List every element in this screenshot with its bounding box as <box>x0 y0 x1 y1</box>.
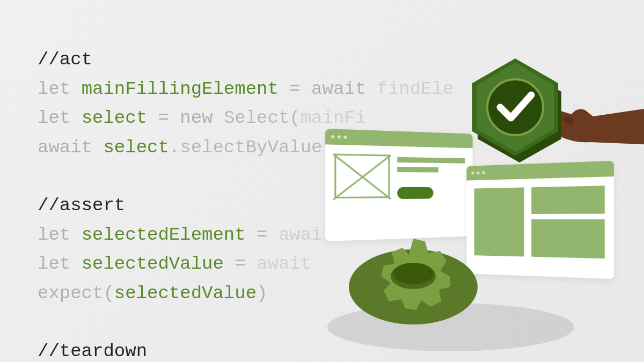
comment-teardown: //teardown <box>38 341 147 361</box>
faded-str: "t <box>333 137 355 158</box>
method-selectbyvalue: selectByValue( <box>180 137 333 158</box>
eq: = <box>147 108 180 128</box>
keyword-let: let <box>38 108 82 128</box>
var-selectedelement: selectedElement <box>82 225 246 245</box>
keyword-new: new <box>180 108 224 128</box>
keyword-let: let <box>38 225 82 245</box>
faded-arg: mainFi <box>301 108 366 128</box>
var-select: select <box>82 108 147 128</box>
eq-await: = await <box>279 79 377 99</box>
code-block: //act let mainFillingElement = await fin… <box>38 16 563 362</box>
close-paren: ) <box>257 283 267 304</box>
var-select-call: select <box>103 137 169 158</box>
faded-text: findEle <box>377 79 454 99</box>
faded-end: lemen <box>508 225 563 245</box>
expect-call: expect( <box>38 283 114 304</box>
keyword-await: await <box>38 137 103 158</box>
dot: . <box>169 137 180 158</box>
faded-close: t); <box>487 108 519 128</box>
keyword-let: let <box>38 79 82 99</box>
var-selectedvalue: selectedValue <box>82 254 224 274</box>
keyword-let: let <box>38 254 82 274</box>
eq: = <box>246 225 279 245</box>
eq: = <box>224 254 257 274</box>
faded-await2: await <box>257 254 311 274</box>
faded-await: await dr <box>279 225 366 245</box>
comment-assert: //assert <box>38 195 125 216</box>
var-mainfilling: mainFillingElement <box>82 79 279 99</box>
var-selectedvalue-arg: selectedValue <box>114 283 257 304</box>
class-select: Select( <box>224 108 301 128</box>
comment-act: //act <box>38 49 92 70</box>
faded-get: .get <box>497 254 541 274</box>
